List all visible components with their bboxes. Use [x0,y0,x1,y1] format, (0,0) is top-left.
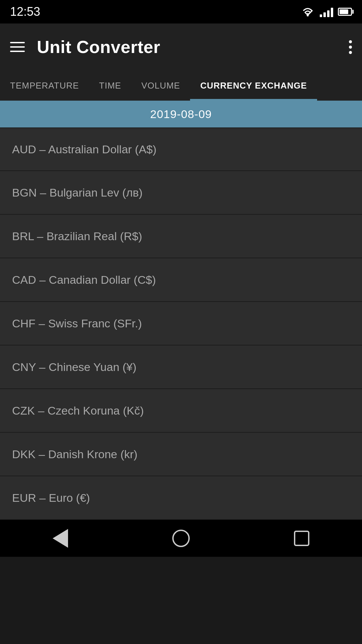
wifi-icon [300,6,315,17]
list-item[interactable]: AUD – Australian Dollar (A$) [0,127,362,171]
app-bar-left: Unit Converter [10,37,160,57]
date-text: 2019-08-09 [150,108,212,121]
back-button[interactable] [47,525,74,552]
app-title: Unit Converter [37,37,160,57]
tab-currency[interactable]: CURRENCY EXCHANGE [190,70,317,101]
tab-volume[interactable]: VOLUME [131,70,190,101]
recent-apps-button[interactable] [288,525,315,552]
currency-list: AUD – Australian Dollar (A$) BGN – Bulga… [0,127,362,520]
currency-label-dkk: DKK – Danish Krone (kr) [12,448,137,461]
tab-temperature[interactable]: TEMPERATURE [0,70,89,101]
currency-label-brl: BRL – Brazilian Real (R$) [12,230,142,243]
signal-icon [320,6,333,17]
currency-label-eur: EUR – Euro (€) [12,491,90,504]
home-icon [172,530,190,547]
status-icons [300,6,352,17]
back-icon [53,529,68,548]
menu-icon[interactable] [10,42,25,52]
date-header: 2019-08-09 [0,101,362,127]
tab-time[interactable]: TIME [89,70,131,101]
app-bar: Unit Converter [0,23,362,70]
battery-icon [338,8,352,16]
status-time: 12:53 [10,5,40,19]
list-item[interactable]: CNY – Chinese Yuan (¥) [0,345,362,389]
list-item[interactable]: CZK – Czech Koruna (Kč) [0,389,362,433]
list-item[interactable]: EUR – Euro (€) [0,476,362,520]
recent-icon [294,531,309,546]
list-item[interactable]: BGN – Bulgarian Lev (лв) [0,171,362,215]
currency-label-chf: CHF – Swiss Franc (SFr.) [12,317,142,330]
currency-label-aud: AUD – Australian Dollar (A$) [12,143,157,156]
list-item[interactable]: BRL – Brazilian Real (R$) [0,215,362,258]
list-item[interactable]: CHF – Swiss Franc (SFr.) [0,302,362,345]
currency-label-czk: CZK – Czech Koruna (Kč) [12,404,144,417]
bottom-nav [0,520,362,557]
currency-label-cny: CNY – Chinese Yuan (¥) [12,361,136,374]
more-options-icon[interactable] [349,40,352,54]
tab-bar: TEMPERATURE TIME VOLUME CURRENCY EXCHANG… [0,70,362,101]
list-item[interactable]: DKK – Danish Krone (kr) [0,433,362,476]
svg-point-0 [307,14,309,16]
currency-label-bgn: BGN – Bulgarian Lev (лв) [12,186,142,199]
list-item[interactable]: CAD – Canadian Dollar (C$) [0,258,362,302]
currency-label-cad: CAD – Canadian Dollar (C$) [12,273,156,286]
status-bar: 12:53 [0,0,362,23]
home-button[interactable] [168,525,194,552]
